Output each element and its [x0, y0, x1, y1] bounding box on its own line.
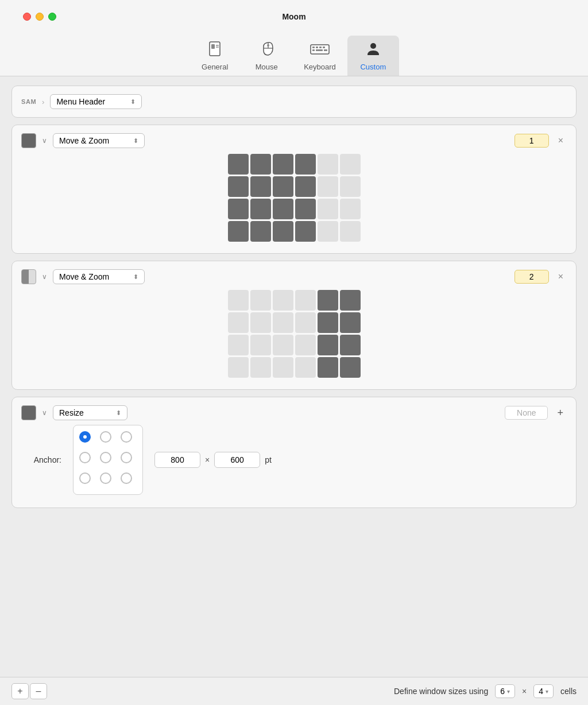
panel1-chevron-icon[interactable]: ∨ — [42, 137, 47, 145]
grid1-cell-5-0[interactable] — [340, 154, 361, 175]
grid2-cell-3-2[interactable] — [295, 335, 316, 355]
grid1-cell-2-1[interactable] — [273, 176, 293, 197]
grid1-cell-5-2[interactable] — [340, 199, 361, 219]
grid1-cell-4-1[interactable] — [318, 176, 338, 197]
grid1-cell-3-2[interactable] — [295, 199, 316, 219]
tab-mouse[interactable]: Mouse — [241, 36, 292, 76]
tab-general[interactable]: General — [189, 36, 241, 76]
grid1-cell-0-3[interactable] — [228, 221, 249, 242]
custom-icon — [365, 40, 382, 60]
height-input[interactable] — [214, 452, 260, 468]
grid2-cell-4-0[interactable] — [318, 290, 338, 311]
grid2-cell-1-2[interactable] — [250, 335, 271, 355]
rows-dropdown[interactable]: 4 ▾ — [533, 684, 554, 698]
grid2-cell-5-0[interactable] — [340, 290, 361, 311]
general-icon — [206, 40, 223, 60]
grid2-cell-4-3[interactable] — [318, 357, 338, 378]
grid1-cell-2-2[interactable] — [273, 199, 293, 219]
panel2-color-swatch[interactable] — [21, 269, 36, 284]
panel1-color-swatch[interactable] — [21, 133, 36, 148]
panel3-plus-button[interactable]: + — [554, 406, 567, 420]
toolbar: General Mouse — [189, 31, 399, 76]
minimize-button[interactable] — [36, 13, 44, 21]
grid1-cell-4-0[interactable] — [318, 154, 338, 175]
panel1-close-button[interactable]: × — [555, 134, 567, 147]
grid2-cell-0-2[interactable] — [228, 335, 249, 355]
cells-label: cells — [560, 687, 577, 696]
anchor-top-left[interactable] — [79, 431, 91, 443]
anchor-grid — [73, 425, 143, 495]
panel2-action-select[interactable]: Move & Zoom ⬍ — [53, 269, 145, 284]
grid1-cell-5-3[interactable] — [340, 221, 361, 242]
close-button[interactable] — [23, 13, 31, 21]
anchor-middle-left[interactable] — [79, 452, 91, 463]
tab-custom[interactable]: Custom — [347, 36, 399, 76]
grid2-cell-0-0[interactable] — [228, 290, 249, 311]
anchor-top-center[interactable] — [100, 431, 111, 443]
panel1-grid — [228, 154, 361, 242]
panel3-chevron-icon[interactable]: ∨ — [42, 409, 47, 417]
remove-button[interactable]: – — [30, 683, 47, 699]
add-button[interactable]: + — [11, 683, 29, 699]
panel1-action-select[interactable]: Move & Zoom ⬍ — [53, 133, 145, 148]
panel1-num-badge: 1 — [514, 134, 549, 148]
menu-header-select[interactable]: Menu Header ⬍ — [50, 94, 142, 109]
anchor-middle-right[interactable] — [121, 452, 132, 463]
grid2-cell-3-0[interactable] — [295, 290, 316, 311]
grid1-cell-5-1[interactable] — [340, 176, 361, 197]
anchor-bottom-right[interactable] — [121, 472, 132, 484]
anchor-bottom-center[interactable] — [100, 472, 111, 484]
panel1-select-arrows-icon: ⬍ — [133, 137, 138, 145]
anchor-row: Anchor: × pt — [21, 420, 567, 499]
select-arrows-icon: ⬍ — [130, 98, 136, 106]
grid2-cell-2-2[interactable] — [273, 335, 293, 355]
grid2-cell-5-2[interactable] — [340, 335, 361, 355]
grid1-cell-2-3[interactable] — [273, 221, 293, 242]
size-inputs: × pt — [154, 452, 272, 468]
grid1-cell-1-0[interactable] — [250, 154, 271, 175]
grid2-cell-2-3[interactable] — [273, 357, 293, 378]
panel3-action-select[interactable]: Resize ⬍ — [53, 405, 127, 420]
grid1-cell-1-3[interactable] — [250, 221, 271, 242]
grid2-cell-0-1[interactable] — [228, 312, 249, 333]
anchor-bottom-left[interactable] — [79, 472, 91, 484]
anchor-top-right[interactable] — [121, 431, 132, 443]
anchor-middle-center[interactable] — [100, 452, 111, 463]
times-symbol-bottom: × — [522, 687, 527, 696]
plus-minus-buttons: + – — [11, 683, 47, 699]
svg-rect-12 — [312, 49, 315, 51]
grid2-cell-4-2[interactable] — [318, 335, 338, 355]
grid1-cell-3-3[interactable] — [295, 221, 316, 242]
panel1-action-row: ∨ Move & Zoom ⬍ 1 × — [21, 133, 567, 148]
grid2-cell-3-3[interactable] — [295, 357, 316, 378]
grid2-cell-0-3[interactable] — [228, 357, 249, 378]
grid1-cell-0-2[interactable] — [228, 199, 249, 219]
grid2-cell-2-0[interactable] — [273, 290, 293, 311]
grid1-cell-0-0[interactable] — [228, 154, 249, 175]
grid2-cell-1-0[interactable] — [250, 290, 271, 311]
svg-rect-9 — [316, 47, 318, 48]
grid1-cell-4-3[interactable] — [318, 221, 338, 242]
panel2-close-button[interactable]: × — [555, 270, 567, 283]
grid1-cell-2-0[interactable] — [273, 154, 293, 175]
grid1-cell-3-1[interactable] — [295, 176, 316, 197]
panel2-action-label: Move & Zoom — [59, 272, 109, 281]
panel2-chevron-icon[interactable]: ∨ — [42, 273, 47, 281]
grid1-cell-0-1[interactable] — [228, 176, 249, 197]
grid2-cell-4-1[interactable] — [318, 312, 338, 333]
maximize-button[interactable] — [48, 13, 56, 21]
grid1-cell-4-2[interactable] — [318, 199, 338, 219]
cols-dropdown[interactable]: 6 ▾ — [495, 684, 515, 698]
width-input[interactable] — [154, 452, 200, 468]
grid1-cell-1-1[interactable] — [250, 176, 271, 197]
grid2-cell-5-3[interactable] — [340, 357, 361, 378]
grid2-cell-1-3[interactable] — [250, 357, 271, 378]
panel3-color-swatch[interactable] — [21, 405, 36, 420]
grid2-cell-3-1[interactable] — [295, 312, 316, 333]
tab-keyboard[interactable]: Keyboard — [292, 36, 347, 76]
grid1-cell-1-2[interactable] — [250, 199, 271, 219]
grid1-cell-3-0[interactable] — [295, 154, 316, 175]
grid2-cell-1-1[interactable] — [250, 312, 271, 333]
grid2-cell-2-1[interactable] — [273, 312, 293, 333]
grid2-cell-5-1[interactable] — [340, 312, 361, 333]
